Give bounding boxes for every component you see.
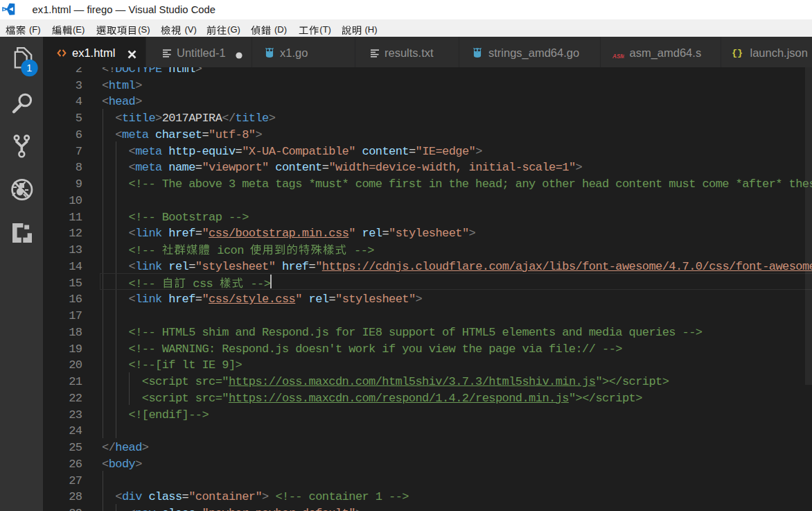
svg-text:1: 1 (26, 62, 32, 73)
svg-text:{}: {} (732, 48, 743, 58)
svg-text:ASM: ASM (612, 53, 624, 60)
